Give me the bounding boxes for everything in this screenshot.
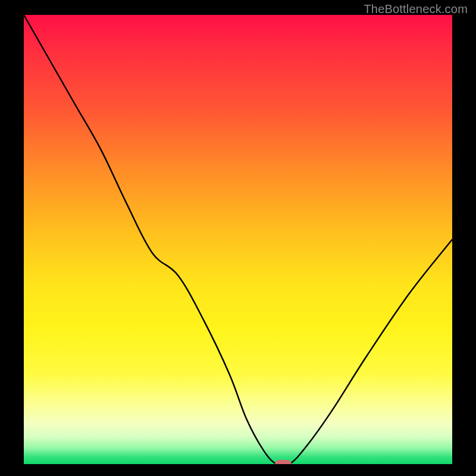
plot-area — [24, 15, 452, 464]
attribution-text: TheBottleneck.com — [364, 2, 468, 16]
optimum-marker — [275, 460, 292, 464]
chart-frame: TheBottleneck.com — [0, 0, 476, 476]
bottleneck-curve — [24, 15, 452, 464]
curve-layer — [24, 15, 452, 464]
